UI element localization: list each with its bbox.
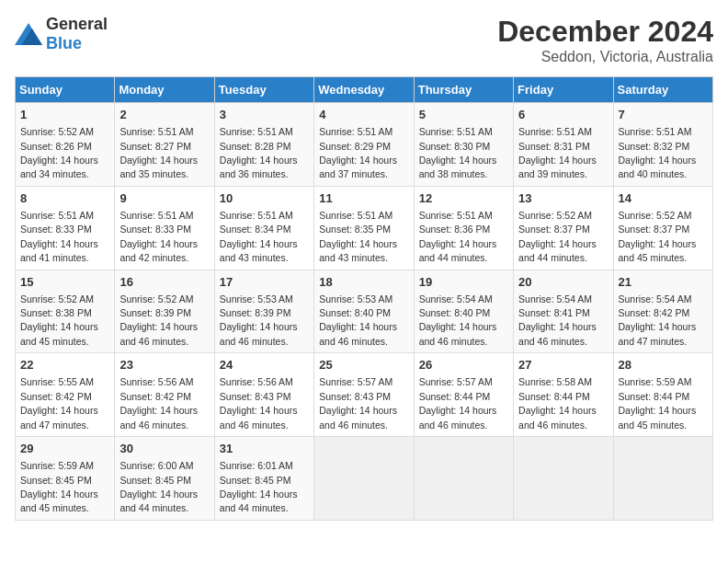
table-row: 20 Sunrise: 5:54 AMSunset: 8:41 PMDaylig… <box>514 270 613 353</box>
subtitle: Seddon, Victoria, Australia <box>497 49 713 65</box>
day-info: Sunrise: 5:55 AMSunset: 8:42 PMDaylight:… <box>20 376 98 430</box>
table-row: 23 Sunrise: 5:56 AMSunset: 8:42 PMDaylig… <box>115 353 214 437</box>
day-info: Sunrise: 5:51 AMSunset: 8:27 PMDaylight:… <box>119 126 198 179</box>
col-saturday: Saturday <box>613 77 712 103</box>
day-number: 27 <box>518 357 608 373</box>
calendar-week-row: 15 Sunrise: 5:52 AMSunset: 8:38 PMDaylig… <box>16 270 713 353</box>
calendar-week-row: 22 Sunrise: 5:55 AMSunset: 8:42 PMDaylig… <box>16 353 713 437</box>
empty-cell <box>514 437 613 521</box>
day-info: Sunrise: 5:52 AMSunset: 8:37 PMDaylight:… <box>619 210 697 263</box>
table-row: 11 Sunrise: 5:51 AMSunset: 8:35 PMDaylig… <box>314 186 414 270</box>
table-row: 6 Sunrise: 5:51 AMSunset: 8:31 PMDayligh… <box>514 103 613 187</box>
day-info: Sunrise: 5:54 AMSunset: 8:41 PMDaylight:… <box>518 293 597 347</box>
empty-cell <box>414 437 513 521</box>
table-row: 13 Sunrise: 5:52 AMSunset: 8:37 PMDaylig… <box>514 186 613 270</box>
table-row: 28 Sunrise: 5:59 AMSunset: 8:44 PMDaylig… <box>613 353 712 437</box>
main-title: December 2024 <box>497 15 713 49</box>
logo-general: General <box>46 15 108 33</box>
day-info: Sunrise: 5:53 AMSunset: 8:39 PMDaylight:… <box>220 293 298 347</box>
logo-icon <box>15 23 42 45</box>
day-info: Sunrise: 6:01 AMSunset: 8:45 PMDaylight:… <box>220 460 298 513</box>
day-number: 25 <box>319 357 408 373</box>
table-row: 12 Sunrise: 5:51 AMSunset: 8:36 PMDaylig… <box>414 186 513 270</box>
day-info: Sunrise: 5:54 AMSunset: 8:40 PMDaylight:… <box>419 293 497 347</box>
table-row: 21 Sunrise: 5:54 AMSunset: 8:42 PMDaylig… <box>613 270 712 353</box>
day-info: Sunrise: 5:51 AMSunset: 8:33 PMDaylight:… <box>20 210 98 263</box>
table-row: 30 Sunrise: 6:00 AMSunset: 8:45 PMDaylig… <box>115 437 214 521</box>
table-row: 1 Sunrise: 5:52 AMSunset: 8:26 PMDayligh… <box>16 103 115 187</box>
day-info: Sunrise: 5:51 AMSunset: 8:36 PMDaylight:… <box>419 210 497 263</box>
day-info: Sunrise: 5:51 AMSunset: 8:29 PMDaylight:… <box>319 126 397 179</box>
col-wednesday: Wednesday <box>314 77 414 103</box>
day-number: 12 <box>419 190 508 207</box>
table-row: 3 Sunrise: 5:51 AMSunset: 8:28 PMDayligh… <box>214 103 313 187</box>
day-number: 13 <box>518 190 608 207</box>
day-number: 26 <box>419 357 508 373</box>
day-number: 9 <box>119 190 209 207</box>
table-row: 29 Sunrise: 5:59 AMSunset: 8:45 PMDaylig… <box>16 437 115 521</box>
page-header: General Blue December 2024 Seddon, Victo… <box>15 15 713 65</box>
calendar-header-row: Sunday Monday Tuesday Wednesday Thursday… <box>16 77 713 103</box>
day-number: 5 <box>419 107 508 123</box>
day-info: Sunrise: 6:00 AMSunset: 8:45 PMDaylight:… <box>119 460 198 513</box>
day-info: Sunrise: 5:52 AMSunset: 8:26 PMDaylight:… <box>20 126 98 179</box>
table-row: 15 Sunrise: 5:52 AMSunset: 8:38 PMDaylig… <box>16 270 115 353</box>
col-friday: Friday <box>514 77 613 103</box>
calendar-week-row: 29 Sunrise: 5:59 AMSunset: 8:45 PMDaylig… <box>16 437 713 521</box>
empty-cell <box>613 437 712 521</box>
table-row: 17 Sunrise: 5:53 AMSunset: 8:39 PMDaylig… <box>214 270 313 353</box>
day-number: 18 <box>319 274 408 291</box>
day-number: 30 <box>119 441 209 457</box>
calendar-week-row: 8 Sunrise: 5:51 AMSunset: 8:33 PMDayligh… <box>16 186 713 270</box>
day-info: Sunrise: 5:57 AMSunset: 8:43 PMDaylight:… <box>319 376 397 430</box>
table-row: 19 Sunrise: 5:54 AMSunset: 8:40 PMDaylig… <box>414 270 513 353</box>
day-number: 29 <box>20 441 109 457</box>
col-tuesday: Tuesday <box>214 77 313 103</box>
logo: General Blue <box>15 15 108 53</box>
table-row: 9 Sunrise: 5:51 AMSunset: 8:33 PMDayligh… <box>115 186 214 270</box>
table-row: 26 Sunrise: 5:57 AMSunset: 8:44 PMDaylig… <box>414 353 513 437</box>
day-info: Sunrise: 5:51 AMSunset: 8:34 PMDaylight:… <box>220 210 298 263</box>
logo-blue: Blue <box>46 34 82 52</box>
logo-text: General Blue <box>46 15 108 53</box>
empty-cell <box>314 437 414 521</box>
col-monday: Monday <box>115 77 214 103</box>
day-info: Sunrise: 5:52 AMSunset: 8:39 PMDaylight:… <box>119 293 198 347</box>
table-row: 2 Sunrise: 5:51 AMSunset: 8:27 PMDayligh… <box>115 103 214 187</box>
day-number: 6 <box>518 107 608 123</box>
day-number: 21 <box>619 274 708 291</box>
day-info: Sunrise: 5:54 AMSunset: 8:42 PMDaylight:… <box>619 293 697 347</box>
day-info: Sunrise: 5:51 AMSunset: 8:31 PMDaylight:… <box>518 126 597 179</box>
day-number: 20 <box>518 274 608 291</box>
day-info: Sunrise: 5:52 AMSunset: 8:38 PMDaylight:… <box>20 293 98 347</box>
day-info: Sunrise: 5:59 AMSunset: 8:45 PMDaylight:… <box>20 460 98 513</box>
table-row: 27 Sunrise: 5:58 AMSunset: 8:44 PMDaylig… <box>514 353 613 437</box>
table-row: 22 Sunrise: 5:55 AMSunset: 8:42 PMDaylig… <box>16 353 115 437</box>
day-number: 3 <box>220 107 309 123</box>
day-number: 22 <box>20 357 109 373</box>
title-area: December 2024 Seddon, Victoria, Australi… <box>497 15 713 65</box>
table-row: 25 Sunrise: 5:57 AMSunset: 8:43 PMDaylig… <box>314 353 414 437</box>
table-row: 31 Sunrise: 6:01 AMSunset: 8:45 PMDaylig… <box>214 437 313 521</box>
day-number: 16 <box>119 274 209 291</box>
day-number: 7 <box>619 107 708 123</box>
calendar-week-row: 1 Sunrise: 5:52 AMSunset: 8:26 PMDayligh… <box>16 103 713 187</box>
day-info: Sunrise: 5:56 AMSunset: 8:43 PMDaylight:… <box>220 376 298 430</box>
table-row: 16 Sunrise: 5:52 AMSunset: 8:39 PMDaylig… <box>115 270 214 353</box>
table-row: 14 Sunrise: 5:52 AMSunset: 8:37 PMDaylig… <box>613 186 712 270</box>
day-number: 23 <box>119 357 209 373</box>
day-info: Sunrise: 5:57 AMSunset: 8:44 PMDaylight:… <box>419 376 497 430</box>
table-row: 5 Sunrise: 5:51 AMSunset: 8:30 PMDayligh… <box>414 103 513 187</box>
day-number: 31 <box>220 441 309 457</box>
table-row: 4 Sunrise: 5:51 AMSunset: 8:29 PMDayligh… <box>314 103 414 187</box>
col-thursday: Thursday <box>414 77 513 103</box>
day-number: 8 <box>20 190 109 207</box>
table-row: 8 Sunrise: 5:51 AMSunset: 8:33 PMDayligh… <box>16 186 115 270</box>
day-info: Sunrise: 5:52 AMSunset: 8:37 PMDaylight:… <box>518 210 597 263</box>
day-number: 10 <box>220 190 309 207</box>
day-info: Sunrise: 5:51 AMSunset: 8:33 PMDaylight:… <box>119 210 198 263</box>
day-number: 14 <box>619 190 708 207</box>
col-sunday: Sunday <box>16 77 115 103</box>
day-number: 15 <box>20 274 109 291</box>
day-info: Sunrise: 5:51 AMSunset: 8:28 PMDaylight:… <box>220 126 298 179</box>
